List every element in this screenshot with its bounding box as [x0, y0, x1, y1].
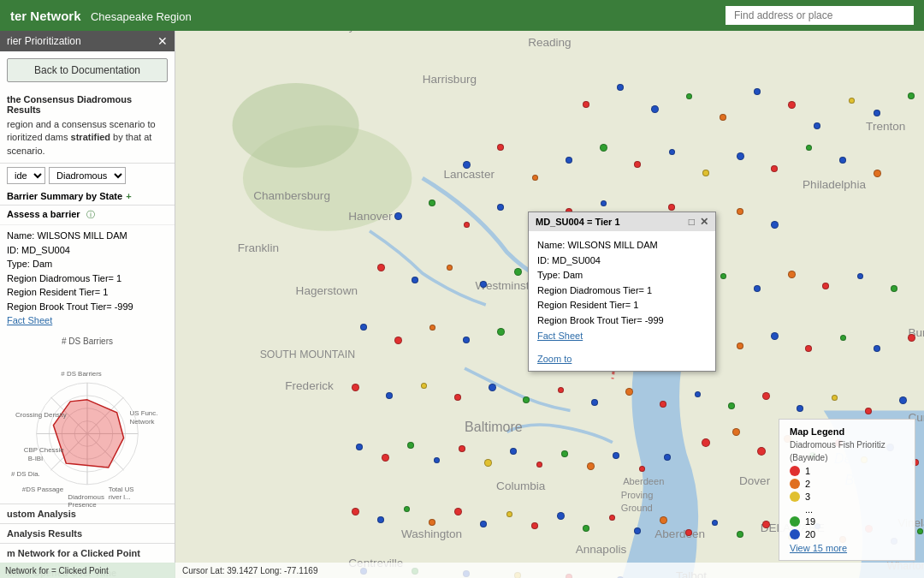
map-dot[interactable] [762, 521, 770, 528]
map-dot[interactable] [720, 114, 726, 121]
map-dot[interactable] [634, 527, 641, 534]
map-dot[interactable] [625, 388, 633, 396]
map-dot[interactable] [463, 337, 470, 343]
map-dot[interactable] [434, 457, 440, 463]
map-dot[interactable] [651, 105, 659, 113]
map-dot[interactable] [352, 508, 359, 515]
map-dot[interactable] [583, 101, 589, 108]
map-dot[interactable] [712, 520, 718, 526]
map-dot[interactable] [634, 161, 641, 168]
map-dot[interactable] [454, 394, 461, 401]
map-dot[interactable] [536, 462, 542, 468]
map-dot[interactable] [497, 204, 504, 211]
map-dot[interactable] [822, 283, 829, 289]
map-dot[interactable] [695, 391, 701, 397]
map-dot[interactable] [668, 204, 675, 211]
map-dot[interactable] [557, 512, 565, 520]
map-dot[interactable] [685, 529, 692, 536]
map-dot[interactable] [839, 157, 846, 164]
map-dot[interactable] [558, 387, 564, 393]
map-dot[interactable] [737, 531, 743, 538]
map-dot[interactable] [702, 438, 710, 447]
map-dot[interactable] [394, 212, 402, 220]
map-dot[interactable] [805, 345, 812, 352]
map-dot[interactable] [583, 525, 589, 532]
map-dot[interactable] [463, 161, 471, 169]
map-dot[interactable] [737, 343, 743, 349]
map-dot[interactable] [849, 98, 855, 104]
map-dot[interactable] [771, 221, 779, 229]
map-dot[interactable] [702, 170, 709, 176]
map-dot[interactable] [613, 452, 619, 459]
map-dot[interactable] [377, 516, 384, 523]
map-dot[interactable] [531, 522, 538, 529]
map-dot[interactable] [874, 345, 880, 352]
map-dot[interactable] [601, 200, 607, 206]
map-dot[interactable] [737, 208, 743, 215]
map-dot[interactable] [814, 122, 820, 129]
add-state-icon[interactable]: + [126, 191, 131, 201]
map-dot[interactable] [454, 508, 462, 515]
map-dot[interactable] [356, 444, 363, 450]
panel-close-button[interactable]: ✕ [157, 34, 168, 48]
fact-sheet-link[interactable]: Fact Sheet [7, 315, 52, 325]
map-dot[interactable] [514, 268, 522, 276]
map-dot[interactable] [506, 511, 512, 517]
map-dot[interactable] [447, 265, 453, 271]
map-dot[interactable] [412, 277, 418, 283]
map-dot[interactable] [497, 144, 504, 151]
map-dot[interactable] [840, 335, 846, 341]
map-dot[interactable] [732, 428, 740, 436]
map-dot[interactable] [591, 399, 598, 406]
map-dot[interactable] [771, 165, 778, 172]
map-dot[interactable] [497, 328, 505, 336]
legend-view-more-link[interactable]: View 15 more [790, 543, 904, 553]
map-dot[interactable] [832, 395, 838, 401]
map-dot[interactable] [899, 396, 907, 404]
map-dot[interactable] [421, 383, 427, 389]
map-dot[interactable] [480, 521, 487, 527]
map-dot[interactable] [720, 273, 726, 279]
map-dot[interactable] [788, 101, 796, 109]
map-dot[interactable] [857, 273, 863, 279]
map-dot[interactable] [352, 384, 359, 391]
map-dot[interactable] [523, 396, 530, 403]
map-dot[interactable] [404, 506, 410, 512]
map-dot[interactable] [797, 405, 803, 412]
popup-zoom-to-link[interactable]: Zoom to [537, 354, 572, 364]
map-dot[interactable] [394, 337, 402, 344]
map-dot[interactable] [566, 157, 572, 164]
map-dot[interactable] [407, 442, 414, 449]
map-dot[interactable] [360, 324, 367, 331]
map-dot[interactable] [728, 402, 735, 409]
map-dot[interactable] [917, 528, 923, 534]
network-clicked-section[interactable]: m Network for a Clicked Point [0, 544, 175, 563]
map-dot[interactable] [617, 84, 624, 91]
popup-maximize-icon[interactable]: □ [689, 216, 695, 228]
map-dot[interactable] [908, 92, 915, 99]
map-dot[interactable] [429, 200, 435, 206]
back-to-documentation-button[interactable]: Back to Documentation [7, 58, 168, 82]
map-dot[interactable] [762, 392, 770, 400]
map-dot[interactable] [686, 93, 692, 99]
map-dot[interactable] [788, 271, 796, 278]
map-dot[interactable] [532, 175, 538, 181]
map-dot[interactable] [806, 145, 812, 151]
map-dot[interactable] [489, 384, 496, 391]
map-dot[interactable] [429, 519, 435, 526]
map-dot[interactable] [587, 462, 595, 470]
species-dropdown[interactable]: Diadromous [49, 167, 126, 184]
map-dot[interactable] [664, 454, 671, 461]
map-dot[interactable] [874, 110, 880, 116]
popup-fact-sheet-link[interactable]: Fact Sheet [537, 331, 583, 341]
map-dot[interactable] [510, 448, 517, 455]
map-dot[interactable] [757, 447, 766, 456]
map-dot[interactable] [737, 152, 744, 160]
map-dot[interactable] [386, 392, 393, 399]
map-dot[interactable] [891, 285, 897, 292]
map-dot[interactable] [600, 144, 607, 152]
map-dot[interactable] [609, 515, 615, 521]
map-dot[interactable] [754, 285, 761, 292]
map-dot[interactable] [874, 170, 881, 177]
map-dot[interactable] [429, 325, 435, 331]
